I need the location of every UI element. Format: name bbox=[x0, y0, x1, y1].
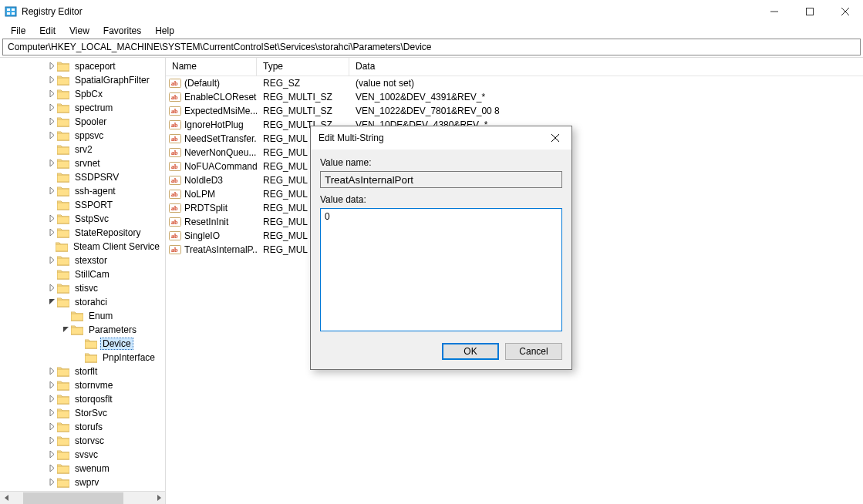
expander-closed-icon[interactable] bbox=[46, 395, 57, 404]
tree-item-label: stexstor bbox=[72, 255, 110, 266]
menu-help[interactable]: Help bbox=[149, 25, 180, 37]
scroll-right-arrow-icon[interactable] bbox=[152, 492, 165, 505]
expander-closed-icon[interactable] bbox=[46, 159, 57, 168]
tree-item[interactable]: storqosflt bbox=[0, 392, 165, 406]
minimize-button[interactable] bbox=[757, 0, 792, 23]
tree-item[interactable]: Enum bbox=[0, 309, 165, 323]
string-value-icon: ab bbox=[169, 188, 181, 200]
tree-item[interactable]: stisvc bbox=[0, 281, 165, 295]
value-data-textarea[interactable] bbox=[320, 208, 562, 331]
folder-icon bbox=[57, 408, 69, 418]
list-row[interactable]: ab(Default)REG_SZ(value not set) bbox=[166, 76, 863, 90]
tree-item[interactable]: Device bbox=[0, 337, 165, 351]
tree-item[interactable]: PnpInterface bbox=[0, 351, 165, 365]
menu-view[interactable]: View bbox=[63, 25, 96, 37]
menu-edit[interactable]: Edit bbox=[33, 25, 62, 37]
tree-item-label: spectrum bbox=[72, 102, 115, 113]
tree-item[interactable]: Spooler bbox=[0, 115, 165, 129]
expander-closed-icon[interactable] bbox=[46, 131, 57, 140]
expander-closed-icon[interactable] bbox=[46, 228, 57, 237]
dialog-close-button[interactable] bbox=[545, 129, 565, 147]
expander-closed-icon[interactable] bbox=[46, 436, 57, 445]
value-name: PRDTSplit bbox=[184, 203, 228, 213]
close-button[interactable] bbox=[828, 0, 863, 23]
registry-tree[interactable]: spaceportSpatialGraphFilterSpbCxspectrum… bbox=[0, 58, 165, 491]
tree-item[interactable]: storflt bbox=[0, 365, 165, 378]
tree-item[interactable]: SpatialGraphFilter bbox=[0, 73, 165, 87]
tree-item[interactable]: svsvc bbox=[0, 448, 165, 462]
expander-closed-icon[interactable] bbox=[46, 186, 57, 196]
tree-item[interactable]: SSPORT bbox=[0, 198, 165, 212]
string-value-icon: ab bbox=[169, 133, 181, 145]
value-name-field[interactable] bbox=[320, 171, 562, 188]
expander-closed-icon[interactable] bbox=[46, 450, 57, 459]
folder-icon bbox=[57, 144, 69, 155]
tree-item[interactable]: spaceport bbox=[0, 59, 165, 73]
tree-item[interactable]: swenum bbox=[0, 462, 165, 475]
dialog-title: Edit Multi-String bbox=[319, 133, 545, 143]
svg-rect-64 bbox=[85, 341, 97, 348]
tree-item[interactable]: Parameters bbox=[0, 323, 165, 337]
list-row[interactable]: abEnableCLOResetREG_MULTI_SZVEN_1002&DEV… bbox=[166, 90, 863, 104]
svg-rect-38 bbox=[57, 203, 69, 210]
expander-closed-icon[interactable] bbox=[46, 284, 57, 293]
tree-item[interactable]: storufs bbox=[0, 420, 165, 434]
tree-item[interactable]: Steam Client Service bbox=[0, 240, 165, 254]
tree-item[interactable]: sppsvc bbox=[0, 129, 165, 143]
tree-item[interactable]: storahci bbox=[0, 295, 165, 309]
tree-item[interactable]: StorSvc bbox=[0, 406, 165, 420]
column-header-name[interactable]: Name bbox=[166, 58, 257, 76]
tree-item[interactable]: storvsc bbox=[0, 434, 165, 448]
maximize-button[interactable] bbox=[792, 0, 828, 23]
tree-item[interactable]: SstpSvc bbox=[0, 212, 165, 226]
expander-closed-icon[interactable] bbox=[46, 408, 57, 418]
tree-item[interactable]: stornvme bbox=[0, 378, 165, 392]
expander-closed-icon[interactable] bbox=[46, 422, 57, 432]
expander-open-icon[interactable] bbox=[60, 325, 71, 334]
expander-open-icon[interactable] bbox=[46, 297, 57, 307]
tree-item-label: StillCam bbox=[72, 269, 112, 280]
column-header-type[interactable]: Type bbox=[257, 58, 349, 76]
column-header-data[interactable]: Data bbox=[349, 58, 863, 76]
tree-item[interactable]: ssh-agent bbox=[0, 184, 165, 198]
address-bar[interactable]: Computer\HKEY_LOCAL_MACHINE\SYSTEM\Curre… bbox=[2, 39, 861, 55]
tree-item[interactable]: stexstor bbox=[0, 254, 165, 267]
list-row[interactable]: abExpectedMsiMe...REG_MULTI_SZVEN_1022&D… bbox=[166, 104, 863, 118]
tree-item[interactable]: StateRepository bbox=[0, 226, 165, 240]
svg-text:ab: ab bbox=[171, 205, 178, 212]
scroll-thumb[interactable] bbox=[23, 492, 123, 504]
expander-closed-icon[interactable] bbox=[46, 89, 57, 99]
tree-item[interactable]: SSDPSRV bbox=[0, 170, 165, 184]
svg-rect-36 bbox=[57, 189, 69, 196]
expander-closed-icon[interactable] bbox=[46, 117, 57, 126]
menu-file[interactable]: File bbox=[5, 25, 32, 37]
tree-horizontal-scrollbar[interactable] bbox=[0, 491, 165, 504]
tree-item[interactable]: SpbCx bbox=[0, 87, 165, 101]
expander-closed-icon[interactable] bbox=[46, 367, 57, 376]
ok-button[interactable]: OK bbox=[442, 343, 499, 360]
value-name-label: Value name: bbox=[320, 157, 562, 168]
svg-rect-11 bbox=[57, 64, 69, 71]
expander-closed-icon[interactable] bbox=[46, 214, 57, 223]
svg-rect-62 bbox=[71, 328, 83, 334]
tree-item[interactable]: srv2 bbox=[0, 143, 165, 156]
expander-closed-icon[interactable] bbox=[46, 464, 57, 473]
dialog-titlebar[interactable]: Edit Multi-String bbox=[311, 126, 571, 150]
expander-closed-icon[interactable] bbox=[46, 76, 57, 85]
expander-closed-icon[interactable] bbox=[46, 62, 57, 71]
expander-closed-icon[interactable] bbox=[46, 381, 57, 390]
expander-closed-icon[interactable] bbox=[46, 256, 57, 265]
svg-marker-34 bbox=[50, 187, 54, 194]
tree-item-label: spaceport bbox=[72, 61, 118, 72]
tree-item[interactable]: swprv bbox=[0, 475, 165, 489]
cancel-button[interactable]: Cancel bbox=[505, 343, 562, 360]
menu-favorites[interactable]: Favorites bbox=[97, 25, 147, 37]
tree-item-label: PnpInterface bbox=[100, 352, 157, 363]
expander-closed-icon[interactable] bbox=[46, 478, 57, 487]
expander-closed-icon[interactable] bbox=[46, 103, 57, 113]
scroll-left-arrow-icon[interactable] bbox=[0, 492, 13, 505]
tree-item[interactable]: spectrum bbox=[0, 101, 165, 115]
tree-item[interactable]: StillCam bbox=[0, 267, 165, 281]
tree-item[interactable]: srvnet bbox=[0, 156, 165, 170]
svg-marker-12 bbox=[50, 76, 54, 83]
